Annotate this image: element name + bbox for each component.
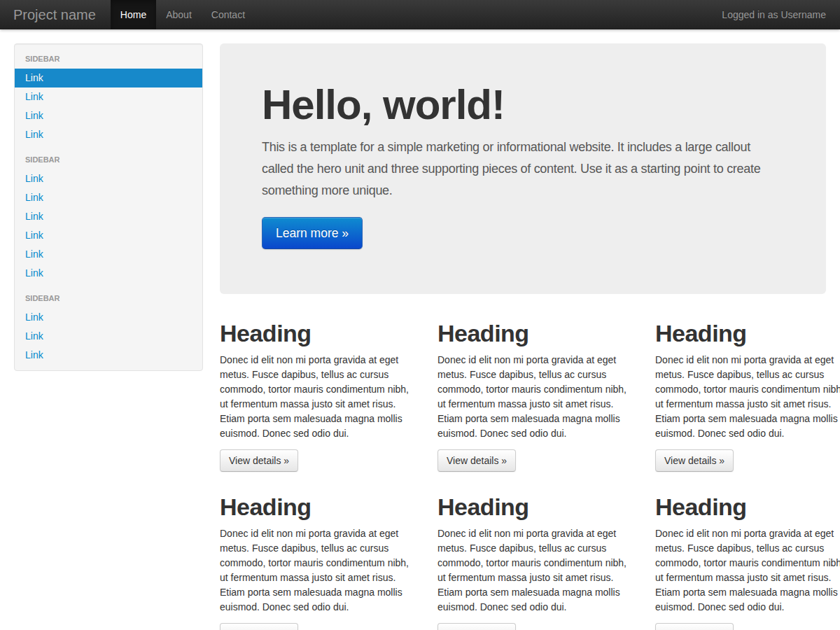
sidebar-link[interactable]: Link xyxy=(15,106,202,125)
sidebar-link[interactable]: Link xyxy=(15,264,202,283)
view-details-button[interactable]: View details » xyxy=(655,623,734,630)
sidebar-link[interactable]: Link xyxy=(15,188,202,207)
card-text: Donec id elit non mi porta gravida at eg… xyxy=(438,353,634,441)
hero-text: This is a template for a simple marketin… xyxy=(262,136,783,202)
card-heading: Heading xyxy=(438,319,634,347)
sidebar-group-header: SIDEBAR xyxy=(15,150,202,169)
navbar: Project name Home About Contact Logged i… xyxy=(0,0,840,29)
card-heading: Heading xyxy=(655,319,840,347)
content-card: Heading Donec id elit non mi porta gravi… xyxy=(655,493,840,630)
sidebar-link[interactable]: Link xyxy=(15,169,202,188)
sidebar-link[interactable]: Link xyxy=(15,207,202,226)
card-text: Donec id elit non mi porta gravida at eg… xyxy=(220,526,416,615)
nav-item-home[interactable]: Home xyxy=(111,0,156,29)
sidebar-link[interactable]: Link xyxy=(15,245,202,264)
logged-in-text: Logged in as Username xyxy=(722,0,840,29)
card-text: Donec id elit non mi porta gravida at eg… xyxy=(655,353,840,441)
view-details-button[interactable]: View details » xyxy=(655,449,734,472)
content-card: Heading Donec id elit non mi porta gravi… xyxy=(220,319,416,472)
card-heading: Heading xyxy=(220,319,416,347)
view-details-button[interactable]: View details » xyxy=(438,623,516,630)
brand[interactable]: Project name xyxy=(0,0,111,29)
nav-item-about[interactable]: About xyxy=(156,0,202,29)
hero-unit: Hello, world! This is a template for a s… xyxy=(220,43,826,294)
content-card: Heading Donec id elit non mi porta gravi… xyxy=(655,319,840,472)
sidebar-group: SIDEBAR Link Link Link Link Link Link xyxy=(15,150,202,283)
sidebar-group-header: SIDEBAR xyxy=(15,50,202,69)
main-content: Hello, world! This is a template for a s… xyxy=(220,43,826,630)
sidebar-link[interactable]: Link xyxy=(15,226,202,245)
sidebar-link[interactable]: Link xyxy=(15,125,202,144)
card-text: Donec id elit non mi porta gravida at eg… xyxy=(655,526,840,615)
sidebar-link[interactable]: Link xyxy=(15,346,202,365)
content-card: Heading Donec id elit non mi porta gravi… xyxy=(438,319,634,472)
main-nav: Home About Contact xyxy=(111,0,255,29)
sidebar-link[interactable]: Link xyxy=(15,308,202,327)
sidebar-link[interactable]: Link xyxy=(15,69,202,88)
sidebar-link[interactable]: Link xyxy=(15,88,202,106)
sidebar: SIDEBAR Link Link Link Link SIDEBAR Link… xyxy=(14,43,203,371)
view-details-button[interactable]: View details » xyxy=(220,449,298,472)
sidebar-group: SIDEBAR Link Link Link xyxy=(15,289,202,365)
learn-more-button[interactable]: Learn more » xyxy=(262,217,363,249)
nav-item-contact[interactable]: Contact xyxy=(202,0,255,29)
view-details-button[interactable]: View details » xyxy=(220,623,298,630)
sidebar-group-header: SIDEBAR xyxy=(15,289,202,308)
card-heading: Heading xyxy=(220,493,416,521)
content-card: Heading Donec id elit non mi porta gravi… xyxy=(220,493,416,630)
view-details-button[interactable]: View details » xyxy=(438,449,516,472)
cards-grid: Heading Donec id elit non mi porta gravi… xyxy=(220,319,826,630)
sidebar-group: SIDEBAR Link Link Link Link xyxy=(15,50,202,144)
content-card: Heading Donec id elit non mi porta gravi… xyxy=(438,493,634,630)
page-container: SIDEBAR Link Link Link Link SIDEBAR Link… xyxy=(0,29,840,630)
card-text: Donec id elit non mi porta gravida at eg… xyxy=(220,353,416,441)
sidebar-link[interactable]: Link xyxy=(15,327,202,346)
hero-title: Hello, world! xyxy=(262,78,784,131)
card-heading: Heading xyxy=(655,493,840,521)
card-text: Donec id elit non mi porta gravida at eg… xyxy=(438,526,634,615)
card-heading: Heading xyxy=(438,493,634,521)
